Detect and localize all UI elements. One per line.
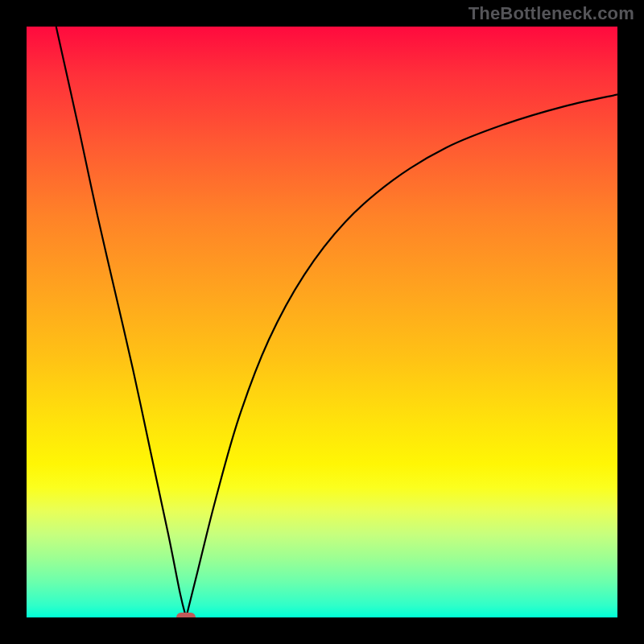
chart-frame: TheBottleneck.com — [0, 0, 644, 644]
bottleneck-curve — [27, 27, 617, 617]
watermark-text: TheBottleneck.com — [469, 3, 634, 24]
plot-area — [27, 27, 617, 617]
optimal-point-marker — [176, 613, 196, 617]
